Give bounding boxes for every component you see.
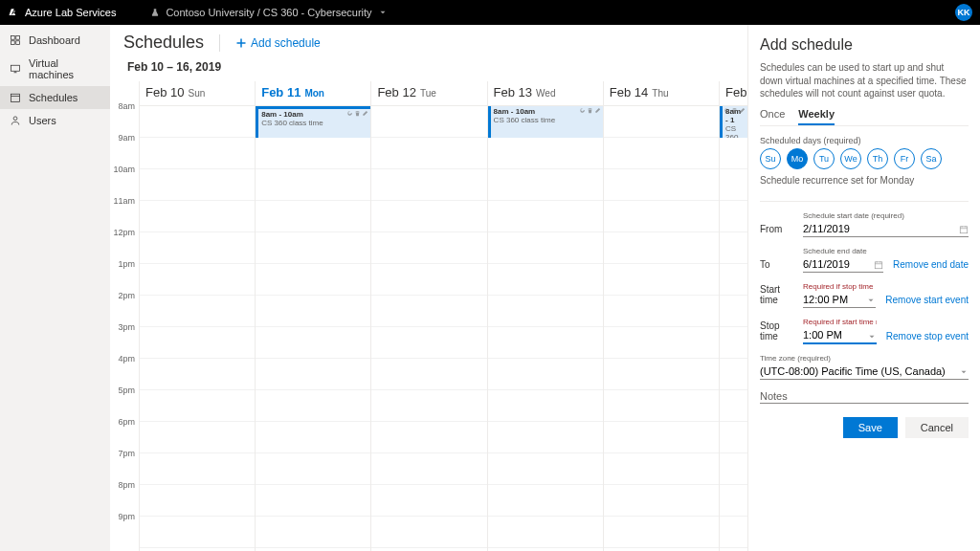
day-header: Feb 13Wed xyxy=(488,81,603,106)
add-schedule-button[interactable]: Add schedule xyxy=(235,36,321,50)
separator xyxy=(760,201,969,202)
day-header: Feb 12Tue xyxy=(371,81,486,106)
day-btn-su[interactable]: Su xyxy=(760,148,781,169)
save-button[interactable]: Save xyxy=(843,417,898,438)
brand: Azure Lab Services xyxy=(8,7,116,18)
calendar-event[interactable]: 8am - 1CS 360 cla xyxy=(720,106,747,138)
svg-rect-5 xyxy=(11,94,20,101)
day-btn-fr[interactable]: Fr xyxy=(894,148,915,169)
plus-icon xyxy=(235,37,247,49)
panel-buttons: Save Cancel xyxy=(760,417,969,438)
time-label: 1pm xyxy=(110,259,139,291)
days-row: SuMoTuWeThFrSa xyxy=(760,148,969,169)
tab-weekly[interactable]: Weekly xyxy=(798,108,835,125)
time-label: 2pm xyxy=(110,291,139,322)
svg-rect-2 xyxy=(11,41,15,45)
add-schedule-label: Add schedule xyxy=(251,36,321,50)
svg-rect-3 xyxy=(16,41,20,45)
remove-start-event-button[interactable]: Remove start event xyxy=(885,295,969,308)
start-time-label: Start time xyxy=(760,284,793,308)
sidebar-item-virtual-machines[interactable]: Virtual machines xyxy=(0,52,110,86)
breadcrumb-text: Contoso University / CS 360 - Cybersecur… xyxy=(166,7,371,18)
day-header: Feb 11Mon xyxy=(256,81,370,106)
page-title: Schedules xyxy=(123,33,204,53)
remove-stop-event-button[interactable]: Remove stop event xyxy=(886,331,969,344)
delete-icon xyxy=(587,107,593,114)
recur-icon xyxy=(579,107,586,114)
page-header: Schedules Add schedule xyxy=(110,25,747,56)
calendar: 8am9am10am11am12pm1pm2pm3pm4pm5pm6pm7pm8… xyxy=(110,81,747,551)
avatar[interactable]: KK xyxy=(955,4,972,21)
brand-text: Azure Lab Services xyxy=(25,7,116,18)
vm-icon xyxy=(10,63,21,75)
stop-time-input[interactable] xyxy=(803,327,877,344)
schedule-icon xyxy=(10,92,21,103)
start-time-input[interactable] xyxy=(803,292,876,308)
recur-icon xyxy=(724,107,730,114)
sidebar-item-dashboard[interactable]: Dashboard xyxy=(0,29,110,52)
day-column: Feb 13Wed8am - 10amCS 360 class time xyxy=(487,81,603,551)
main: Schedules Add schedule Feb 10 – 16, 2019… xyxy=(110,25,747,551)
day-header: Feb xyxy=(720,81,747,106)
day-btn-we[interactable]: We xyxy=(840,148,861,169)
days-label: Scheduled days (required) xyxy=(760,136,969,145)
time-label: 9am xyxy=(110,133,139,165)
time-label: 10am xyxy=(110,165,139,196)
row-to: To Schedule end date Remove end date xyxy=(760,247,969,273)
day-column: Feb 14Thu xyxy=(603,81,719,551)
day-column: Feb 11Mon8am - 10amCS 360 class time xyxy=(255,81,370,551)
sidebar-item-schedules[interactable]: Schedules xyxy=(0,86,110,109)
time-label: 3pm xyxy=(110,322,139,354)
day-btn-tu[interactable]: Tu xyxy=(813,148,835,169)
chevron-down-icon xyxy=(378,8,388,17)
day-header: Feb 10Sun xyxy=(140,81,255,106)
sidebar-item-users[interactable]: Users xyxy=(0,109,110,132)
tab-once[interactable]: Once xyxy=(760,108,785,125)
row-from: From Schedule start date (required) xyxy=(760,211,969,237)
svg-rect-4 xyxy=(11,65,20,71)
lab-icon xyxy=(150,8,160,17)
calendar-event[interactable]: 8am - 10amCS 360 class time xyxy=(256,106,370,138)
panel-title: Add schedule xyxy=(760,36,969,54)
day-btn-sa[interactable]: Sa xyxy=(921,148,942,169)
time-label: 9pm xyxy=(110,512,139,543)
recurrence-message: Schedule recurrence set for Monday xyxy=(760,175,969,186)
edit-icon xyxy=(362,110,368,117)
from-label: From xyxy=(760,224,793,237)
date-range: Feb 10 – 16, 2019 xyxy=(110,56,747,81)
time-label: 5pm xyxy=(110,386,139,417)
notes-field[interactable]: Notes xyxy=(760,389,969,404)
calendar-event[interactable]: 8am - 10amCS 360 class time xyxy=(488,106,603,138)
time-label: 6pm xyxy=(110,417,139,449)
to-hint: Schedule end date xyxy=(803,247,883,255)
time-label: 7pm xyxy=(110,449,139,480)
top-bar: Azure Lab Services Contoso University / … xyxy=(0,0,980,25)
time-label: 4pm xyxy=(110,354,139,386)
time-label: 11am xyxy=(110,196,139,228)
sidebar: DashboardVirtual machinesSchedulesUsers xyxy=(0,25,110,551)
from-hint: Schedule start date (required) xyxy=(803,211,969,220)
day-column: Feb 10Sun xyxy=(139,81,255,551)
timezone-input[interactable] xyxy=(760,364,969,380)
breadcrumb[interactable]: Contoso University / CS 360 - Cybersecur… xyxy=(150,7,387,18)
svg-rect-1 xyxy=(16,36,20,40)
start-time-hint: Required if stop time not set xyxy=(803,282,876,291)
dashboard-icon xyxy=(10,34,21,46)
panel-description: Schedules can be used to start up and sh… xyxy=(760,61,969,100)
day-btn-mo[interactable]: Mo xyxy=(787,148,808,169)
cancel-button[interactable]: Cancel xyxy=(905,417,969,438)
row-timezone: Time zone (required) xyxy=(760,354,969,380)
divider xyxy=(219,34,220,52)
remove-end-date-button[interactable]: Remove end date xyxy=(893,259,969,273)
day-columns: Feb 10SunFeb 11Mon8am - 10amCS 360 class… xyxy=(139,81,747,551)
to-input[interactable] xyxy=(803,256,883,273)
delete-icon xyxy=(731,107,738,114)
day-btn-th[interactable]: Th xyxy=(867,148,888,169)
tz-hint: Time zone (required) xyxy=(760,354,969,363)
svg-point-6 xyxy=(13,117,17,121)
from-input[interactable] xyxy=(803,221,969,237)
recur-icon xyxy=(346,110,353,117)
row-stop-time: Stop time Required if start time not set… xyxy=(760,318,969,344)
delete-icon xyxy=(354,110,361,117)
row-start-time: Start time Required if stop time not set… xyxy=(760,282,969,308)
